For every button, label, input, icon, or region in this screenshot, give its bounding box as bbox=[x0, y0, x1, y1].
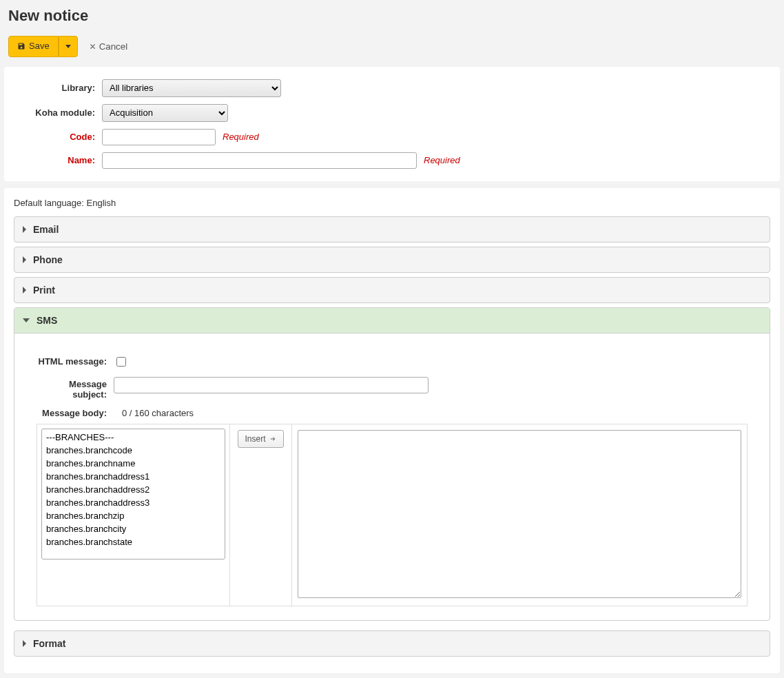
field-list-cell: ---BRANCHES---branches.branchcodebranche… bbox=[37, 424, 230, 606]
editor-cell bbox=[292, 424, 747, 606]
message-subject-label: Message subject: bbox=[37, 377, 114, 400]
sms-body: HTML message: Message subject: Message b… bbox=[14, 333, 770, 620]
arrow-right-icon bbox=[269, 435, 277, 442]
accordion-format: Format bbox=[14, 630, 770, 657]
module-label: Koha module: bbox=[19, 107, 102, 118]
accordion-sms: SMS HTML message: Message subject: Messa… bbox=[14, 307, 770, 621]
cancel-button-label: Cancel bbox=[99, 41, 128, 52]
field-list-option[interactable]: branches.branchcity bbox=[43, 522, 223, 535]
default-language-label: Default language: bbox=[14, 198, 84, 208]
accordion-email-label: Email bbox=[33, 224, 59, 235]
notice-form-panel: Library: All libraries Koha module: Acqu… bbox=[4, 67, 780, 181]
accordion-email: Email bbox=[14, 216, 770, 243]
save-button-label: Save bbox=[29, 41, 50, 52]
code-required-text: Required bbox=[223, 132, 259, 142]
accordion-format-label: Format bbox=[33, 638, 65, 649]
save-button-group: Save bbox=[8, 36, 78, 57]
field-list-option[interactable]: branches.branchname bbox=[43, 457, 223, 470]
message-body-layout: ---BRANCHES---branches.branchcodebranche… bbox=[37, 424, 747, 606]
name-label: Name: bbox=[19, 155, 102, 165]
library-label: Library: bbox=[19, 83, 102, 93]
default-language-value: English bbox=[87, 198, 116, 208]
message-body-label: Message body: bbox=[37, 408, 114, 418]
caret-right-icon bbox=[23, 256, 26, 263]
field-list-option[interactable]: branches.branchzip bbox=[43, 509, 223, 522]
name-input[interactable] bbox=[102, 152, 417, 169]
accordion-phone-header[interactable]: Phone bbox=[14, 247, 770, 272]
field-list-option[interactable]: branches.branchstate bbox=[43, 535, 223, 548]
accordion-email-header[interactable]: Email bbox=[14, 217, 770, 242]
field-list-option[interactable]: ---BRANCHES--- bbox=[43, 431, 223, 444]
accordion-print-label: Print bbox=[33, 285, 55, 296]
caret-down-icon bbox=[23, 318, 30, 322]
caret-right-icon bbox=[23, 640, 26, 647]
message-body-textarea[interactable] bbox=[298, 430, 741, 598]
message-body-char-count: 0 / 160 characters bbox=[122, 408, 194, 418]
caret-right-icon bbox=[23, 287, 26, 294]
save-icon bbox=[17, 42, 25, 50]
code-label: Code: bbox=[19, 132, 102, 142]
insert-button-label: Insert bbox=[245, 434, 265, 444]
field-list-option[interactable]: branches.branchaddress3 bbox=[43, 496, 223, 509]
field-list-option[interactable]: branches.branchcode bbox=[43, 444, 223, 457]
close-icon bbox=[89, 43, 96, 50]
accordion-print-header[interactable]: Print bbox=[14, 278, 770, 302]
insert-cell: Insert bbox=[230, 424, 292, 606]
field-list-option[interactable]: branches.branchaddress1 bbox=[43, 470, 223, 483]
message-panel: Default language: English Email Phone Pr… bbox=[4, 188, 780, 673]
default-language-row: Default language: English bbox=[14, 198, 770, 216]
insert-button[interactable]: Insert bbox=[238, 430, 283, 448]
message-subject-input[interactable] bbox=[114, 377, 429, 393]
module-select[interactable]: Acquisition bbox=[102, 104, 228, 122]
accordion-sms-header[interactable]: SMS bbox=[14, 308, 770, 333]
page-title: New notice bbox=[8, 7, 780, 25]
accordion-phone: Phone bbox=[14, 247, 770, 273]
field-list[interactable]: ---BRANCHES---branches.branchcodebranche… bbox=[41, 429, 225, 559]
name-required-text: Required bbox=[424, 155, 460, 165]
accordion-print: Print bbox=[14, 277, 770, 303]
html-message-checkbox[interactable] bbox=[116, 357, 126, 367]
toolbar: Save Cancel bbox=[8, 36, 780, 57]
accordion-sms-label: SMS bbox=[37, 315, 57, 326]
cancel-button[interactable]: Cancel bbox=[86, 37, 131, 56]
caret-right-icon bbox=[23, 226, 26, 233]
accordion-phone-label: Phone bbox=[33, 254, 63, 265]
library-select[interactable]: All libraries bbox=[102, 79, 281, 97]
accordion-format-header[interactable]: Format bbox=[14, 631, 770, 656]
save-dropdown-button[interactable] bbox=[59, 36, 78, 57]
save-button[interactable]: Save bbox=[8, 36, 59, 57]
code-input[interactable] bbox=[102, 129, 216, 145]
caret-down-icon bbox=[65, 45, 71, 48]
field-list-option[interactable]: branches.branchaddress2 bbox=[43, 483, 223, 496]
html-message-label: HTML message: bbox=[37, 354, 114, 367]
